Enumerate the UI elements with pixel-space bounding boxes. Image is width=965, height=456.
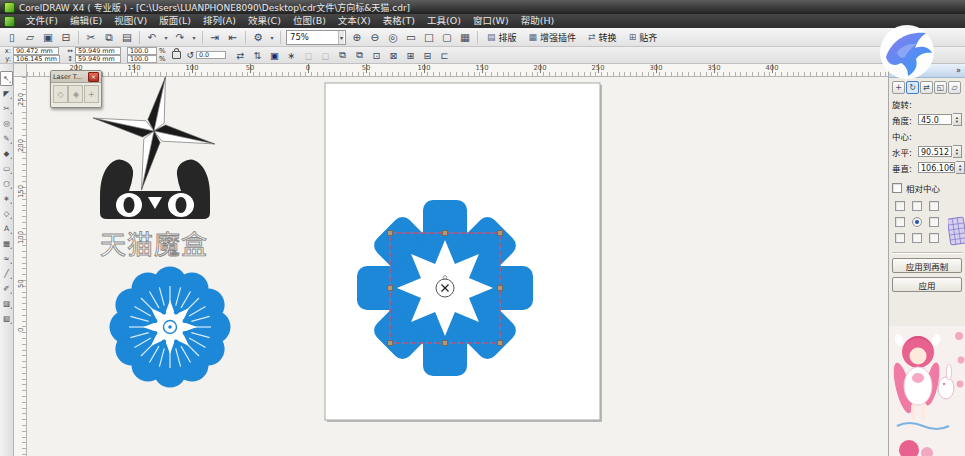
zoom-actual-icon[interactable]: ◎ <box>384 29 402 46</box>
close-icon[interactable]: × <box>88 72 99 82</box>
enhance-plugin-button[interactable]: ▦ 增强插件 <box>523 29 583 46</box>
apply-button[interactable]: 应用 <box>892 277 962 292</box>
laser-tool-icon-1[interactable]: ◇ <box>53 85 68 103</box>
menu-item[interactable]: 视图(V) <box>108 14 153 28</box>
object-height-field[interactable]: 59.949 mm <box>75 55 121 63</box>
zoom-all-icon[interactable]: □ <box>420 29 438 46</box>
menu-item[interactable]: 排列(A) <box>197 14 242 28</box>
shape-tool[interactable]: ◤ <box>0 86 13 101</box>
tmall-cat-logo[interactable] <box>100 159 210 219</box>
transform-rotate-tab[interactable]: ↻ <box>906 81 919 94</box>
eyedropper-tool[interactable]: ╱ <box>0 266 13 281</box>
anchor-top-center[interactable] <box>912 201 922 211</box>
fill-tool[interactable]: ▨ <box>0 296 13 311</box>
outline-tool[interactable]: ✐ <box>0 281 13 296</box>
rotation-angle-field[interactable]: 0.0 <box>196 51 226 59</box>
y-position-field[interactable]: 106.145 mm <box>13 55 60 63</box>
flower-shape[interactable] <box>110 267 231 388</box>
redo-dropdown-icon[interactable]: ▾ <box>189 29 199 46</box>
launcher-dropdown-icon[interactable]: ▾ <box>267 29 277 46</box>
menu-item[interactable]: 版面(L) <box>153 14 197 28</box>
new-icon[interactable]: ▯ <box>3 29 21 46</box>
weld-icon[interactable]: ∗ <box>283 47 300 63</box>
zoom-in-icon[interactable]: ⊕ <box>348 29 366 46</box>
anchor-middle-right[interactable] <box>929 217 939 227</box>
title-bar[interactable]: CorelDRAW X4 ( 专业版 ) - [C:\Users\LUANPHO… <box>0 0 965 14</box>
anchor-top-right[interactable] <box>929 201 939 211</box>
transform-size-tab[interactable]: ◱ <box>934 81 947 94</box>
convert-button[interactable]: ⇄ 转换 <box>582 29 623 46</box>
import-icon[interactable]: ⇥ <box>206 29 224 46</box>
transform-scale-tab[interactable]: ⇄ <box>920 81 933 94</box>
layout-button[interactable]: ▤ 排版 <box>481 29 523 46</box>
snap-button[interactable]: ⊞ 贴齐 <box>623 29 664 46</box>
zoom-page-width-icon[interactable]: ▢ <box>438 29 456 46</box>
menu-item[interactable]: 窗口(W) <box>467 14 515 28</box>
table-tool[interactable]: ▦ <box>0 236 13 251</box>
convert-curves-icon[interactable]: ⊏ <box>436 47 453 63</box>
back-one-icon[interactable]: ⊠ <box>385 47 402 63</box>
text-tool[interactable]: A <box>0 221 13 236</box>
angle-spinner[interactable] <box>953 113 962 126</box>
ellipse-tool[interactable]: ○ <box>0 176 13 191</box>
menu-item[interactable]: 编辑(E) <box>64 14 108 28</box>
center-v-spinner[interactable] <box>956 161 965 174</box>
transform-position-tab[interactable]: + <box>892 81 905 94</box>
rectangle-tool[interactable]: ▭ <box>0 161 13 176</box>
trim-icon[interactable]: ◻ <box>300 47 317 63</box>
copy-icon[interactable]: ⧉ <box>100 29 118 46</box>
drawing-canvas[interactable]: 天猫魔盒 <box>27 77 888 456</box>
anchor-top-left[interactable] <box>895 201 905 211</box>
to-back-icon[interactable]: ⧉ <box>351 47 368 63</box>
freehand-tool[interactable]: ✎ <box>0 131 13 146</box>
menu-item[interactable]: 文本(X) <box>332 14 377 28</box>
menu-item[interactable]: 工具(O) <box>421 14 467 28</box>
polygon-tool[interactable]: ∗ <box>0 191 13 206</box>
to-front-icon[interactable]: ⧉ <box>334 47 351 63</box>
menu-item[interactable]: 表格(T) <box>377 14 421 28</box>
docker-header[interactable]: 变换 » <box>889 64 965 78</box>
anchor-bottom-right[interactable] <box>929 233 939 243</box>
smart-fill-tool[interactable]: ◆ <box>0 146 13 161</box>
save-icon[interactable]: ▣ <box>39 29 57 46</box>
laser-tool-icon-2[interactable]: ◈ <box>68 85 83 103</box>
anchor-center[interactable] <box>912 217 922 227</box>
menu-item[interactable]: 位图(B) <box>287 14 332 28</box>
angle-input[interactable]: 45.0 <box>918 114 952 125</box>
anchor-bottom-center[interactable] <box>912 233 922 243</box>
zoom-selected-icon[interactable]: ▭ <box>402 29 420 46</box>
anchor-middle-left[interactable] <box>895 217 905 227</box>
vertical-ruler[interactable]: 250200150100500 <box>14 77 27 456</box>
cut-icon[interactable]: ✂ <box>82 29 100 46</box>
menu-item[interactable]: 效果(C) <box>242 14 287 28</box>
horizontal-ruler[interactable]: 20015010050050100150200250300350400 <box>27 64 888 77</box>
lock-ratio-icon[interactable] <box>172 51 181 59</box>
ungroup-icon[interactable]: ⊟ <box>419 47 436 63</box>
interactive-fill-tool[interactable]: ▧ <box>0 311 13 326</box>
app-launcher-icon[interactable]: ⚙ <box>249 29 267 46</box>
laser-floating-toolbar[interactable]: Laser T... × ◇◈+ <box>50 70 102 108</box>
basic-shapes-tool[interactable]: ◇ <box>0 206 13 221</box>
menu-item[interactable]: 帮助(H) <box>515 14 561 28</box>
laser-toolbar-titlebar[interactable]: Laser T... × <box>51 71 101 83</box>
mirror-horizontal-icon[interactable]: ⇄ <box>232 47 249 63</box>
apply-to-duplicate-button[interactable]: 应用到再制 <box>892 258 962 273</box>
relative-center-checkbox[interactable] <box>892 183 902 193</box>
center-h-spinner[interactable] <box>953 145 962 158</box>
group-icon[interactable]: ⊞ <box>402 47 419 63</box>
rotation-center-marker[interactable] <box>436 279 454 297</box>
undo-icon[interactable]: ↶ <box>143 29 161 46</box>
zoom-tool[interactable]: ◎ <box>0 116 13 131</box>
export-icon[interactable]: ⇤ <box>224 29 242 46</box>
zoom-out-icon[interactable]: ⊖ <box>366 29 384 46</box>
keyboard-icon[interactable] <box>948 216 965 246</box>
transform-skew-tab[interactable]: ▱ <box>948 81 961 94</box>
anchor-bottom-left[interactable] <box>895 233 905 243</box>
zoom-page-height-icon[interactable]: ▦ <box>456 29 474 46</box>
redo-icon[interactable]: ↷ <box>171 29 189 46</box>
mirror-vertical-icon[interactable]: ⇅ <box>249 47 266 63</box>
center-h-input[interactable]: 90.512 <box>918 146 952 157</box>
laser-tool-icon-3[interactable]: + <box>84 85 99 103</box>
object-width-field[interactable]: 59.949 mm <box>75 47 121 55</box>
collapse-icon[interactable]: » <box>956 66 961 75</box>
